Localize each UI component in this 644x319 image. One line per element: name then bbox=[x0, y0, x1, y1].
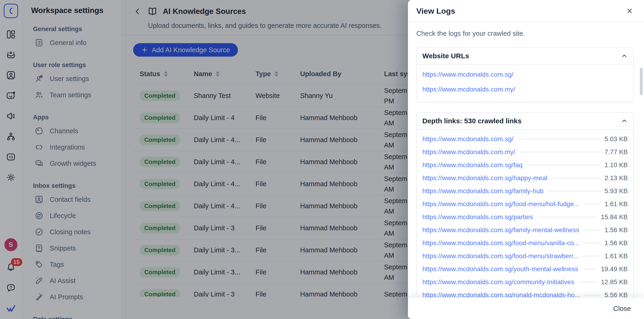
depth-link-row: https://www.mcdonalds.com.sg/youth-menta… bbox=[422, 263, 628, 276]
website-url-link[interactable]: https://www.mcdonalds.com.my/ bbox=[422, 86, 515, 93]
depth-link-url[interactable]: https://www.mcdonalds.com.sg/food-menu/v… bbox=[422, 239, 579, 247]
depth-link-size: 7.77 KB bbox=[604, 148, 628, 156]
drawer-description: Check the logs for your crawled site. bbox=[416, 30, 634, 37]
website-url-link[interactable]: https://www.mcdonalds.com.sg/ bbox=[422, 71, 514, 78]
depth-link-size: 5.56 KB bbox=[604, 291, 628, 298]
depth-link-size: 2.13 KB bbox=[604, 174, 628, 182]
depth-link-row: https://www.mcdonalds.com.sg/food-menu/h… bbox=[422, 198, 628, 211]
depth-link-row: https://www.mcdonalds.com.sg/parties15.8… bbox=[422, 211, 628, 224]
website-urls-title: Website URLs bbox=[422, 52, 469, 60]
depth-link-row: https://www.mcdonalds.com.sg/ronald-mcdo… bbox=[422, 289, 628, 298]
drawer-footer: Close bbox=[408, 298, 644, 319]
depth-link-url[interactable]: https://www.mcdonalds.com.my/ bbox=[422, 148, 515, 156]
leader-line bbox=[584, 230, 600, 230]
leader-line bbox=[548, 191, 600, 191]
drawer-header: View Logs bbox=[408, 0, 644, 22]
depth-link-url[interactable]: https://www.mcdonalds.com.sg/faq bbox=[422, 161, 522, 169]
website-urls-list: https://www.mcdonalds.com.sg/https://www… bbox=[417, 65, 633, 102]
depth-link-size: 1.56 KB bbox=[604, 239, 628, 247]
depth-link-url[interactable]: https://www.mcdonalds.com.sg/food-menu/h… bbox=[422, 200, 579, 208]
depth-link-row: https://www.mcdonalds.com.sg/faq1.10 KB bbox=[422, 159, 628, 172]
leader-line bbox=[585, 295, 600, 295]
depth-link-row: https://www.mcdonalds.com.sg/food-menu/s… bbox=[422, 250, 628, 263]
website-urls-card: Website URLs https://www.mcdonalds.com.s… bbox=[416, 47, 634, 102]
depth-link-size: 1.56 KB bbox=[604, 226, 628, 234]
leader-line bbox=[584, 243, 600, 243]
leader-line bbox=[583, 269, 596, 269]
depth-link-url[interactable]: https://www.mcdonalds.com.sg/family-hub bbox=[422, 187, 544, 195]
depth-link-url[interactable]: https://www.mcdonalds.com.sg/parties bbox=[422, 213, 533, 221]
website-url-row: https://www.mcdonalds.com.sg/ bbox=[422, 67, 628, 82]
depth-link-row: https://www.mcdonalds.com.my/7.77 KB bbox=[422, 146, 628, 159]
drawer-title: View Logs bbox=[416, 6, 455, 15]
leader-line bbox=[584, 204, 600, 204]
leader-line bbox=[579, 282, 596, 282]
close-icon[interactable] bbox=[626, 7, 633, 15]
leader-line bbox=[520, 152, 600, 152]
drawer-body: Check the logs for your crawled site. We… bbox=[408, 23, 644, 298]
depth-link-url[interactable]: https://www.mcdonalds.com.sg/food-menu/s… bbox=[422, 252, 578, 260]
chevron-up-icon bbox=[621, 52, 628, 59]
depth-link-url[interactable]: https://www.mcdonalds.com.sg/youth-menta… bbox=[422, 265, 578, 273]
leader-line bbox=[527, 165, 600, 165]
depth-link-size: 5.03 KB bbox=[604, 135, 628, 143]
depth-link-size: 5.93 KB bbox=[604, 187, 628, 195]
website-url-row: https://www.mcdonalds.com.my/ bbox=[422, 82, 628, 97]
view-logs-drawer: View Logs Check the logs for your crawle… bbox=[408, 0, 644, 319]
depth-link-size: 1.10 KB bbox=[604, 161, 628, 169]
depth-link-url[interactable]: https://www.mcdonalds.com.sg/ronald-mcdo… bbox=[422, 291, 580, 298]
close-button[interactable]: Close bbox=[613, 305, 631, 313]
depth-link-size: 19.49 KB bbox=[601, 265, 628, 273]
drawer-scrollbar-thumb[interactable] bbox=[640, 68, 642, 95]
leader-line bbox=[538, 217, 596, 217]
depth-link-size: 15.84 KB bbox=[601, 213, 628, 221]
depth-link-url[interactable]: https://www.mcdonalds.com.sg/ bbox=[422, 135, 514, 143]
depth-link-url[interactable]: https://www.mcdonalds.com.sg/family-ment… bbox=[422, 226, 579, 234]
depth-links-card-header[interactable]: Depth links: 530 crawled links bbox=[417, 113, 633, 130]
depth-link-row: https://www.mcdonalds.com.sg/food-menu/v… bbox=[422, 237, 628, 250]
depth-link-size: 1.61 KB bbox=[604, 200, 628, 208]
leader-line bbox=[518, 139, 600, 139]
depth-link-url[interactable]: https://www.mcdonalds.com.sg/community-I… bbox=[422, 278, 574, 286]
depth-links-title: Depth links: 530 crawled links bbox=[422, 117, 522, 125]
depth-link-row: https://www.mcdonalds.com.sg/community-I… bbox=[422, 276, 628, 289]
depth-link-row: https://www.mcdonalds.com.sg/family-hub5… bbox=[422, 185, 628, 198]
depth-link-row: https://www.mcdonalds.com.sg/happy-meal2… bbox=[422, 172, 628, 185]
depth-link-size: 12.85 KB bbox=[601, 278, 628, 286]
depth-link-url[interactable]: https://www.mcdonalds.com.sg/happy-meal bbox=[422, 174, 547, 182]
depth-links-list: https://www.mcdonalds.com.sg/5.03 KBhttp… bbox=[417, 130, 633, 298]
depth-links-card: Depth links: 530 crawled links https://w… bbox=[416, 112, 634, 298]
chevron-up-icon bbox=[621, 117, 628, 124]
depth-link-size: 1.61 KB bbox=[604, 252, 628, 260]
depth-link-row: https://www.mcdonalds.com.sg/family-ment… bbox=[422, 224, 628, 237]
leader-line bbox=[583, 256, 600, 256]
leader-line bbox=[552, 178, 600, 178]
website-urls-card-header[interactable]: Website URLs bbox=[417, 48, 633, 65]
depth-link-row: https://www.mcdonalds.com.sg/5.03 KB bbox=[422, 133, 628, 146]
